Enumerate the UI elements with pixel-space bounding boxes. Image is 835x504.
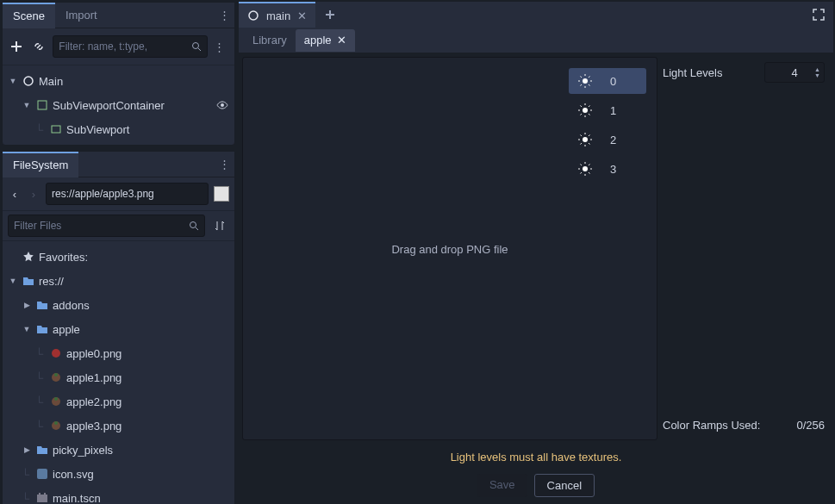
- fs-item-label: apple0.png: [66, 347, 122, 360]
- scene-toolbar: ⋮: [3, 28, 234, 65]
- distraction-free-icon[interactable]: [809, 5, 828, 24]
- tree-node-main[interactable]: ▼ Main: [3, 69, 234, 93]
- chevron-down-icon[interactable]: ▼: [22, 325, 32, 333]
- light-level-value: 2: [610, 134, 616, 146]
- folder-icon: [35, 322, 49, 336]
- png-icon: [49, 370, 63, 384]
- chevron-down-icon[interactable]: ▼: [22, 101, 32, 109]
- light-level-value: 3: [610, 163, 616, 176]
- png-red-icon: [49, 346, 63, 360]
- svg-point-6: [52, 349, 60, 358]
- fs-item[interactable]: └apple0.png: [3, 341, 234, 365]
- tree-label: SubViewport: [66, 123, 129, 136]
- svg-point-18: [583, 78, 588, 84]
- filesystem-tabbar: FileSystem ⋮: [3, 152, 234, 177]
- spinbox-arrows-icon[interactable]: ▲▼: [814, 66, 820, 78]
- color-ramps-prop: Color Ramps Used: 0/256: [663, 413, 825, 437]
- svg-icon: [35, 467, 49, 481]
- tree-node-subviewportcontainer[interactable]: ▼ SubViewportContainer: [3, 93, 234, 117]
- tscn-icon: [35, 491, 49, 504]
- main-scene-tabbar: main ✕: [239, 2, 833, 28]
- tree-branch-icon: └: [35, 420, 46, 432]
- svg-rect-2: [38, 101, 47, 109]
- tree-node-subviewport[interactable]: └ SubViewport: [3, 117, 234, 141]
- scene-filter-input-wrap[interactable]: [53, 35, 208, 58]
- fs-item-label: icon.svg: [53, 468, 94, 481]
- drop-message: Drag and drop PNG file: [391, 242, 508, 255]
- fs-item-label: apple2.png: [66, 395, 122, 408]
- sub-tab-library[interactable]: Library: [244, 29, 296, 52]
- viewport-icon: [49, 122, 63, 136]
- tree-branch-icon: └: [35, 395, 46, 408]
- filesystem-filter-wrap[interactable]: [8, 215, 205, 237]
- editor-button-row: Save Cancel: [239, 470, 833, 502]
- preview-swatch: [214, 186, 229, 202]
- link-node-button[interactable]: [30, 37, 47, 56]
- tree-branch-icon: └: [22, 468, 32, 481]
- editor-body: Drag and drop PNG file 0123 Light Levels…: [239, 53, 833, 444]
- dock-menu-icon[interactable]: ⋮: [217, 152, 231, 177]
- light-level-list: 0123: [569, 68, 646, 182]
- filesystem-filter-input[interactable]: [14, 220, 185, 232]
- path-input[interactable]: [52, 188, 203, 200]
- fs-item[interactable]: └icon.svg: [3, 462, 234, 486]
- light-level-item[interactable]: 2: [569, 127, 646, 152]
- close-icon[interactable]: ✕: [297, 9, 307, 22]
- chevron-right-icon[interactable]: ▶: [22, 445, 32, 454]
- fs-item[interactable]: └apple2.png: [3, 389, 234, 414]
- fs-item[interactable]: ▶addons: [3, 293, 234, 317]
- scene-dock-tabbar: Scene Import ⋮: [3, 3, 234, 28]
- tab-import[interactable]: Import: [55, 3, 108, 28]
- visibility-icon[interactable]: [215, 98, 229, 112]
- path-input-wrap[interactable]: [46, 183, 209, 205]
- chevron-down-icon[interactable]: ▼: [8, 277, 18, 285]
- chevron-down-icon[interactable]: ▼: [8, 77, 18, 85]
- fs-item-label: Favorites:: [39, 251, 88, 264]
- add-scene-button[interactable]: [321, 5, 340, 24]
- svg-rect-4: [52, 126, 60, 133]
- fs-item-label: apple: [53, 323, 80, 336]
- sort-icon[interactable]: [210, 216, 229, 235]
- filesystem-tree: Favorites:▼res://▶addons▼apple└apple0.pn…: [3, 241, 234, 504]
- scene-tree: ▼ Main ▼ SubViewportContainer └ SubViewp…: [3, 65, 234, 145]
- scene-filter-input[interactable]: [59, 40, 188, 53]
- svg-rect-13: [37, 469, 47, 479]
- add-node-button[interactable]: [8, 37, 25, 56]
- svg-point-3: [221, 103, 224, 107]
- light-level-item[interactable]: 3: [569, 156, 646, 182]
- fs-item-label: apple3.png: [66, 420, 122, 432]
- cancel-button[interactable]: Cancel: [534, 474, 595, 497]
- tree-branch-icon: └: [22, 492, 32, 505]
- light-level-item[interactable]: 0: [569, 68, 646, 94]
- chevron-right-icon[interactable]: ▶: [22, 301, 32, 309]
- tab-filesystem[interactable]: FileSystem: [3, 152, 78, 177]
- png-icon: [49, 419, 63, 432]
- dock-menu-icon[interactable]: ⋮: [217, 3, 231, 28]
- scene-toolbar-menu-icon[interactable]: ⋮: [213, 34, 226, 59]
- container-icon: [35, 98, 49, 112]
- light-levels-spinbox[interactable]: 4 ▲▼: [764, 62, 825, 83]
- close-icon[interactable]: ✕: [337, 34, 346, 47]
- sub-tab-apple[interactable]: apple ✕: [296, 29, 355, 52]
- fs-item[interactable]: ▼res://: [3, 269, 234, 293]
- light-icon: [577, 132, 593, 147]
- fs-item[interactable]: Favorites:: [3, 245, 234, 269]
- prop-label: Color Ramps Used:: [663, 419, 760, 432]
- svg-point-19: [583, 108, 588, 113]
- properties-panel: Light Levels 4 ▲▼ Color Ramps Used: 0/25…: [657, 57, 830, 440]
- scene-tab-main[interactable]: main ✕: [239, 2, 315, 28]
- nav-back-button[interactable]: ‹: [8, 188, 22, 201]
- nav-forward-button: ›: [27, 188, 41, 201]
- fs-item[interactable]: └main.tscn: [3, 486, 234, 504]
- fs-item[interactable]: └apple1.png: [3, 365, 234, 389]
- save-button: Save: [477, 474, 527, 497]
- fs-item[interactable]: └apple3.png: [3, 414, 234, 438]
- svg-point-0: [193, 43, 199, 49]
- texture-drop-area[interactable]: Drag and drop PNG file 0123: [242, 57, 657, 440]
- light-level-item[interactable]: 1: [569, 97, 646, 123]
- light-icon: [577, 103, 593, 118]
- tab-scene[interactable]: Scene: [3, 3, 55, 28]
- light-icon: [577, 73, 593, 89]
- fs-item[interactable]: ▼apple: [3, 317, 234, 341]
- fs-item[interactable]: ▶picky_pixels: [3, 438, 234, 462]
